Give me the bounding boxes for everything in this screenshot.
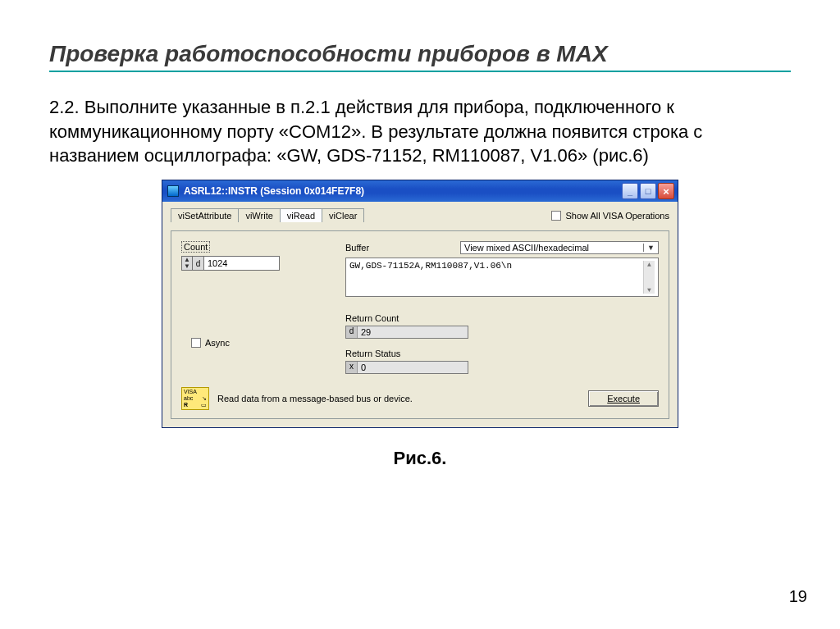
- return-status-prefix: x: [346, 362, 358, 373]
- minimize-button[interactable]: _: [622, 183, 638, 199]
- slide-body-text: 2.2. Выполните указанные в п.2.1 действи…: [49, 95, 791, 168]
- return-count-prefix: d: [346, 326, 358, 338]
- buffer-view-dropdown[interactable]: View mixed ASCII/hexadecimal ▼: [460, 241, 659, 254]
- count-prefix: d: [193, 256, 204, 271]
- buffer-content: GW,GDS-71152A,RM110087,V1.06\n: [349, 261, 643, 294]
- close-button[interactable]: ×: [658, 183, 674, 199]
- window-titlebar[interactable]: ASRL12::INSTR (Session 0x014FE7F8) _ □ ×: [162, 180, 678, 202]
- buffer-textarea[interactable]: GW,GDS-71152A,RM110087,V1.06\n ▲▼: [345, 258, 659, 297]
- tab-viread[interactable]: viRead: [280, 208, 322, 222]
- return-count-value: 29: [358, 326, 468, 338]
- scrollbar[interactable]: ▲▼: [643, 261, 655, 294]
- app-icon: [167, 185, 179, 197]
- async-checkbox[interactable]: Async: [191, 338, 230, 348]
- visa-session-window: ASRL12::INSTR (Session 0x014FE7F8) _ □ ×…: [162, 180, 678, 428]
- chevron-down-icon: ▼: [643, 244, 655, 252]
- execute-button[interactable]: Execute: [588, 390, 659, 407]
- return-count-label: Return Count: [345, 313, 659, 323]
- return-status-value: 0: [358, 362, 468, 373]
- show-all-visa-checkbox[interactable]: Show All VISA Operations: [551, 211, 669, 221]
- figure-caption: Рис.6.: [49, 448, 791, 469]
- count-label: Count: [181, 241, 210, 253]
- viread-panel: Count ▲▼ d 1024 Buffer View mixed ASCII/…: [171, 230, 669, 419]
- maximize-button[interactable]: □: [640, 183, 656, 199]
- return-status-label: Return Status: [345, 349, 659, 358]
- tab-strip: viSetAttribute viWrite viRead viClear: [171, 208, 363, 222]
- tab-viclear[interactable]: viClear: [322, 208, 364, 222]
- window-title: ASRL12::INSTR (Session 0x014FE7F8): [184, 185, 622, 197]
- checkbox-icon: [551, 211, 561, 221]
- count-spinner[interactable]: ▲▼ d 1024: [181, 256, 280, 271]
- checkbox-icon: [191, 338, 201, 348]
- title-underline: [49, 71, 791, 72]
- status-text: Read data from a message-based bus or de…: [217, 394, 580, 403]
- async-label: Async: [205, 338, 230, 348]
- return-count-field: d 29: [345, 326, 468, 339]
- page-number: 19: [789, 587, 807, 606]
- show-all-visa-label: Show All VISA Operations: [565, 211, 669, 221]
- buffer-label: Buffer: [345, 243, 460, 253]
- return-status-field: x 0: [345, 361, 468, 374]
- tab-viwrite[interactable]: viWrite: [238, 208, 280, 222]
- tab-visetattribute[interactable]: viSetAttribute: [171, 208, 239, 222]
- visa-icon: VISA abc↘ R▭: [181, 387, 209, 410]
- spinner-buttons[interactable]: ▲▼: [181, 256, 193, 271]
- count-input[interactable]: 1024: [204, 256, 280, 271]
- buffer-view-value: View mixed ASCII/hexadecimal: [464, 243, 589, 253]
- slide-title: Проверка работоспособности приборов в МА…: [49, 41, 791, 67]
